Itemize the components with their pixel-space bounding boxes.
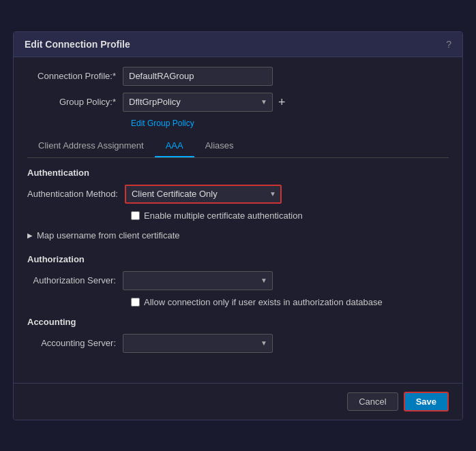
- group-policy-row: Group Policy:* DfltGrpPolicy ▼ +: [27, 93, 449, 112]
- accounting-server-label: Accounting Server:: [27, 338, 123, 348]
- edit-group-policy-link[interactable]: Edit Group Policy: [131, 119, 449, 128]
- enable-multiple-cert-checkbox[interactable]: [131, 211, 140, 220]
- auth-method-select[interactable]: Client Certificate Only AAA Certificate …: [125, 185, 282, 204]
- triangle-icon: ▶: [27, 232, 33, 239]
- cancel-button[interactable]: Cancel: [347, 392, 398, 411]
- authorization-section: Authorization Authorization Server: ▼ Al…: [27, 254, 449, 307]
- connection-profile-label: Connection Profile:*: [27, 71, 123, 81]
- dialog-title: Edit Connection Profile: [25, 39, 130, 50]
- add-group-policy-button[interactable]: +: [278, 96, 286, 108]
- tab-aaa[interactable]: AAA: [155, 135, 194, 157]
- accounting-server-select-wrap: ▼: [123, 334, 273, 353]
- authorization-server-select-wrap: ▼: [123, 271, 273, 290]
- dialog-header: Edit Connection Profile ?: [14, 32, 462, 57]
- allow-connection-label: Allow connection only if user exists in …: [144, 297, 383, 307]
- allow-connection-row: Allow connection only if user exists in …: [131, 297, 449, 307]
- dialog-footer: Cancel Save: [14, 383, 462, 420]
- authorization-server-row: Authorization Server: ▼: [27, 271, 449, 290]
- authentication-section-title: Authentication: [27, 168, 449, 178]
- save-button[interactable]: Save: [404, 392, 449, 411]
- connection-profile-input[interactable]: [123, 67, 273, 86]
- edit-connection-profile-dialog: Edit Connection Profile ? Connection Pro…: [13, 31, 463, 420]
- accounting-section-title: Accounting: [27, 317, 449, 327]
- group-policy-label: Group Policy:*: [27, 97, 123, 107]
- help-icon[interactable]: ?: [446, 39, 451, 50]
- tab-client-address-assignment[interactable]: Client Address Assignment: [27, 135, 155, 157]
- dialog-body: Connection Profile:* Group Policy:* Dflt…: [14, 57, 462, 369]
- enable-multiple-cert-row: Enable multiple certificate authenticati…: [131, 211, 449, 221]
- map-username-label: Map username from client certificate: [37, 230, 180, 240]
- auth-method-row: Authentication Method: Client Certificat…: [27, 185, 449, 204]
- accounting-server-row: Accounting Server: ▼: [27, 334, 449, 353]
- map-username-row[interactable]: ▶ Map username from client certificate: [27, 226, 449, 245]
- group-policy-select[interactable]: DfltGrpPolicy: [123, 93, 273, 112]
- auth-method-select-wrap: Client Certificate Only AAA Certificate …: [125, 185, 282, 204]
- tabs: Client Address Assignment AAA Aliases: [27, 135, 449, 158]
- enable-multiple-cert-label: Enable multiple certificate authenticati…: [144, 211, 303, 221]
- authorization-server-select[interactable]: [123, 271, 273, 290]
- authentication-section: Authentication Authentication Method: Cl…: [27, 168, 449, 221]
- allow-connection-checkbox[interactable]: [131, 298, 140, 307]
- authorization-server-label: Authorization Server:: [27, 275, 123, 285]
- authorization-section-title: Authorization: [27, 254, 449, 264]
- auth-method-label: Authentication Method:: [27, 189, 125, 199]
- accounting-server-select[interactable]: [123, 334, 273, 353]
- accounting-section: Accounting Accounting Server: ▼: [27, 317, 449, 353]
- tab-aliases[interactable]: Aliases: [194, 135, 245, 157]
- group-policy-select-wrap: DfltGrpPolicy ▼: [123, 93, 273, 112]
- connection-profile-row: Connection Profile:*: [27, 67, 449, 86]
